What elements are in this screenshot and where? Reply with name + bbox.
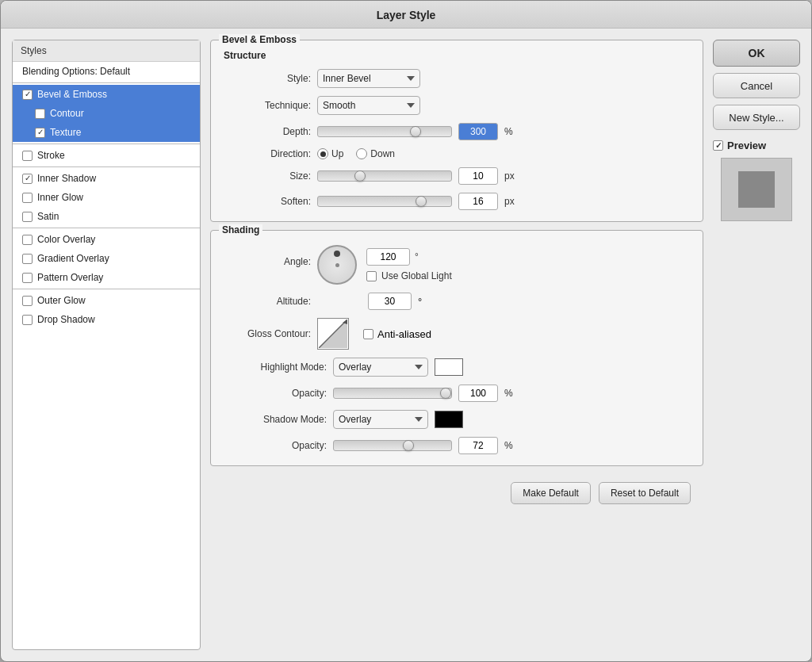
sidebar-item-bevel-emboss[interactable]: Bevel & Emboss	[13, 85, 200, 104]
angle-row: Angle: °	[224, 245, 690, 285]
angle-value-row: °	[366, 248, 452, 266]
sidebar-item-texture[interactable]: Texture	[13, 123, 200, 142]
highlight-color-swatch[interactable]	[435, 358, 463, 376]
size-label: Size:	[224, 170, 311, 182]
altitude-row: Altitude: °	[224, 293, 690, 310]
sidebar-item-satin[interactable]: Satin	[13, 207, 200, 226]
shadow-color-swatch[interactable]	[435, 411, 463, 428]
ok-button[interactable]: OK	[713, 40, 800, 67]
shadow-opacity-input[interactable]	[458, 437, 498, 454]
shadow-mode-label: Shadow Mode:	[224, 414, 327, 425]
direction-label: Direction:	[224, 148, 311, 159]
size-slider[interactable]	[317, 170, 452, 182]
pattern-overlay-checkbox[interactable]	[22, 273, 33, 283]
soften-slider[interactable]	[317, 196, 452, 207]
sidebar-item-inner-shadow[interactable]: Inner Shadow	[13, 169, 200, 188]
soften-input[interactable]	[458, 193, 498, 210]
shadow-mode-row: Shadow Mode: Overlay Normal Multiply Scr…	[224, 410, 690, 429]
angle-dial[interactable]	[317, 245, 357, 285]
sidebar-item-color-overlay[interactable]: Color Overlay	[13, 230, 200, 249]
inner-shadow-label: Inner Shadow	[37, 173, 96, 184]
altitude-label: Altitude:	[224, 296, 311, 307]
shadow-opacity-unit: %	[504, 440, 513, 451]
color-overlay-checkbox[interactable]	[22, 235, 33, 245]
structure-sublabel: Structure	[224, 50, 690, 61]
highlight-opacity-slider[interactable]	[333, 388, 452, 399]
contour-thumbnail[interactable]	[317, 318, 349, 350]
anti-aliased-row: Anti-aliased	[363, 328, 431, 340]
depth-input[interactable]	[458, 123, 498, 140]
shadow-opacity-slider[interactable]	[333, 440, 452, 451]
sidebar-item-drop-shadow[interactable]: Drop Shadow	[13, 310, 200, 329]
direction-up-item[interactable]: Up	[317, 148, 343, 159]
new-style-button[interactable]: New Style...	[713, 105, 800, 130]
depth-slider[interactable]	[317, 126, 452, 137]
altitude-input[interactable]	[368, 293, 412, 310]
direction-up-radio[interactable]	[317, 148, 328, 159]
texture-checkbox[interactable]	[35, 128, 45, 138]
direction-down-item[interactable]: Down	[356, 148, 395, 159]
preview-checkbox[interactable]	[713, 140, 723, 151]
gloss-contour-row: Gloss Contour: Anti-aliased	[224, 318, 690, 350]
blending-options-item[interactable]: Blending Options: Default	[13, 62, 200, 81]
size-input[interactable]	[458, 167, 498, 185]
soften-unit: px	[504, 196, 515, 207]
stroke-label: Stroke	[37, 150, 65, 161]
styles-label: Styles	[21, 45, 47, 56]
highlight-opacity-unit: %	[504, 388, 513, 399]
inner-shadow-checkbox[interactable]	[22, 174, 33, 184]
cancel-button[interactable]: Cancel	[713, 73, 800, 98]
bevel-emboss-checkbox[interactable]	[22, 90, 33, 100]
sidebar-item-gradient-overlay[interactable]: Gradient Overlay	[13, 249, 200, 268]
depth-row: Depth: %	[224, 123, 690, 140]
color-overlay-label: Color Overlay	[37, 234, 95, 245]
outer-glow-label: Outer Glow	[37, 295, 86, 306]
angle-center-dot	[335, 263, 339, 267]
contour-label: Contour	[50, 108, 84, 119]
direction-down-label: Down	[370, 148, 395, 159]
direction-row: Direction: Up Down	[224, 148, 690, 159]
angle-degree: °	[415, 251, 419, 262]
gradient-overlay-label: Gradient Overlay	[37, 253, 109, 264]
technique-row: Technique: Smooth Chisel Hard Chisel Sof…	[224, 96, 690, 115]
contour-checkbox[interactable]	[35, 109, 45, 119]
sidebar-item-stroke[interactable]: Stroke	[13, 146, 200, 165]
layer-style-dialog: Layer Style Styles Blending Options: Def…	[0, 0, 812, 662]
angle-input[interactable]	[366, 248, 410, 266]
reset-to-default-button[interactable]: Reset to Default	[599, 482, 691, 504]
gradient-overlay-checkbox[interactable]	[22, 254, 33, 264]
outer-glow-checkbox[interactable]	[22, 296, 33, 306]
highlight-opacity-row: Opacity: %	[224, 385, 690, 402]
shadow-opacity-row: Opacity: %	[224, 437, 690, 454]
global-light-checkbox[interactable]	[366, 271, 377, 281]
shadow-mode-select[interactable]: Overlay Normal Multiply Screen	[333, 410, 428, 429]
anti-aliased-checkbox[interactable]	[363, 329, 373, 339]
left-panel: Styles Blending Options: Default Bevel &…	[12, 40, 201, 650]
size-row: Size: px	[224, 167, 690, 185]
direction-down-radio[interactable]	[356, 148, 367, 159]
highlight-opacity-input[interactable]	[458, 385, 498, 402]
stroke-checkbox[interactable]	[22, 151, 33, 161]
left-panel-header: Styles	[13, 40, 200, 62]
sidebar-item-pattern-overlay[interactable]: Pattern Overlay	[13, 268, 200, 287]
make-default-button[interactable]: Make Default	[511, 482, 591, 504]
highlight-mode-select[interactable]: Overlay Normal Multiply Screen	[333, 358, 428, 377]
technique-select[interactable]: Smooth Chisel Hard Chisel Soft	[317, 96, 420, 115]
highlight-mode-row: Highlight Mode: Overlay Normal Multiply …	[224, 358, 690, 377]
shading-section: Shading Angle: °	[210, 230, 703, 466]
style-select[interactable]: Inner Bevel Outer Bevel Emboss Pillow Em…	[317, 69, 420, 88]
inner-glow-checkbox[interactable]	[22, 193, 33, 203]
shading-legend: Shading	[219, 224, 262, 235]
angle-dot	[334, 251, 340, 257]
sidebar-item-contour[interactable]: Contour	[13, 104, 200, 123]
angle-inputs: ° Use Global Light	[366, 248, 452, 281]
bevel-emboss-section: Bevel & Emboss Structure Style: Inner Be…	[210, 40, 703, 222]
drop-shadow-checkbox[interactable]	[22, 315, 33, 325]
pattern-overlay-label: Pattern Overlay	[37, 272, 103, 283]
satin-checkbox[interactable]	[22, 212, 33, 222]
depth-label: Depth:	[224, 126, 311, 137]
sidebar-item-inner-glow[interactable]: Inner Glow	[13, 188, 200, 207]
sidebar-item-outer-glow[interactable]: Outer Glow	[13, 291, 200, 310]
bevel-emboss-label: Bevel & Emboss	[37, 89, 107, 100]
depth-unit: %	[504, 126, 513, 137]
